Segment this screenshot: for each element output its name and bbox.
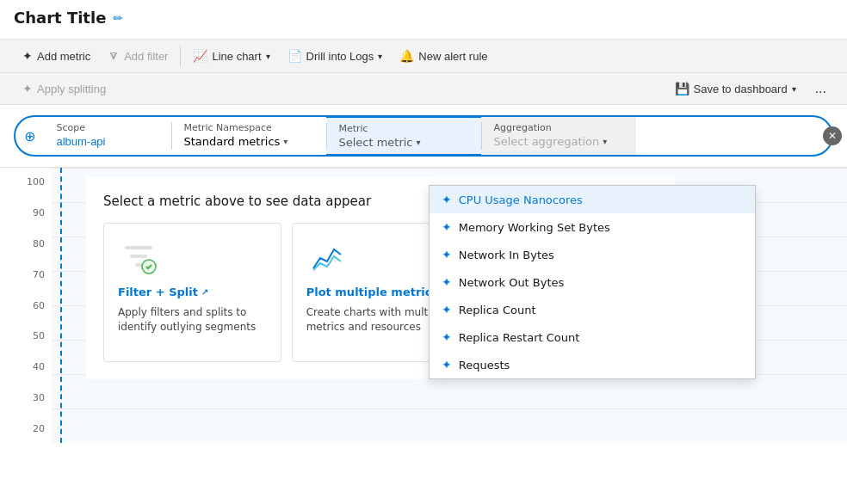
save-dashboard-chevron: ▾ xyxy=(792,84,796,94)
metric-selector-bar: ⊕ Scope Metric Namespace Standard metric… xyxy=(0,105,847,168)
toolbar-row1: ✦ Add metric ⛛ Add filter 📈 Line chart ▾… xyxy=(0,40,847,73)
namespace-dropdown[interactable]: Standard metrics ▾ xyxy=(183,135,314,148)
dropdown-item-4[interactable]: ✦ Replica Count xyxy=(430,296,755,323)
line-chart-button[interactable]: 📈 Line chart ▾ xyxy=(184,45,278,67)
svg-rect-0 xyxy=(125,246,152,249)
grid-line-0 xyxy=(52,168,847,169)
metric-grid-icon-6: ✦ xyxy=(442,358,452,372)
add-filter-label: Add filter xyxy=(124,50,168,63)
add-metric-icon: ✦ xyxy=(22,49,33,63)
alert-rule-icon: 🔔 xyxy=(399,49,414,63)
new-alert-rule-button[interactable]: 🔔 New alert rule xyxy=(391,45,496,67)
dropdown-item-3[interactable]: ✦ Network Out Bytes xyxy=(430,268,755,296)
dropdown-item-label-5: Replica Restart Count xyxy=(459,331,580,344)
metric-dropdown-menu: ✦ CPU Usage Nanocores ✦ Memory Working S… xyxy=(429,185,756,379)
svg-rect-2 xyxy=(135,263,142,267)
y-label-50: 50 xyxy=(0,330,52,341)
metric-grid-icon-1: ✦ xyxy=(442,220,452,234)
apply-splitting-button[interactable]: ✦ Apply splitting xyxy=(14,77,114,100)
metric-label: Metric xyxy=(338,123,469,134)
line-chart-label: Line chart xyxy=(212,50,261,63)
metric-grid-icon-3: ✦ xyxy=(442,275,452,289)
metric-grid-icon-4: ✦ xyxy=(442,303,452,317)
scope-input[interactable] xyxy=(56,135,159,148)
filter-split-card: Filter + Split ↗ Apply filters and split… xyxy=(103,223,281,362)
splitting-icon: ✦ xyxy=(22,82,33,95)
y-label-30: 30 xyxy=(0,392,52,403)
dropdown-item-label-2: Network In Bytes xyxy=(459,249,554,261)
y-label-20: 20 xyxy=(0,423,52,434)
namespace-label: Metric Namespace xyxy=(183,122,314,133)
add-filter-icon: ⛛ xyxy=(108,49,120,63)
y-label-60: 60 xyxy=(0,300,52,311)
dropdown-item-0[interactable]: ✦ CPU Usage Nanocores xyxy=(430,186,755,213)
save-to-dashboard-button[interactable]: 💾 Save to dashboard ▾ xyxy=(666,77,805,100)
drill-logs-icon: 📄 xyxy=(287,49,302,63)
save-dashboard-icon: 💾 xyxy=(675,82,689,95)
plot-multiple-icon xyxy=(306,237,348,279)
toolbar-divider-1 xyxy=(180,46,181,66)
chart-title: Chart Title xyxy=(14,9,106,27)
dropdown-item-label-0: CPU Usage Nanocores xyxy=(459,194,583,206)
toolbar-row2: ✦ Apply splitting 💾 Save to dashboard ▾ … xyxy=(0,73,847,105)
page-header: Chart Title ✏ xyxy=(0,0,847,40)
svg-rect-1 xyxy=(130,255,147,258)
y-label-40: 40 xyxy=(0,361,52,372)
close-metric-button[interactable]: ✕ xyxy=(823,126,842,145)
aggregation-placeholder: Select aggregation xyxy=(493,135,599,148)
drill-logs-chevron: ▾ xyxy=(378,52,382,61)
namespace-value: Standard metrics xyxy=(183,135,280,148)
scope-label: Scope xyxy=(56,122,159,133)
add-metric-button[interactable]: ✦ Add metric xyxy=(14,45,99,67)
metric-segment[interactable]: Metric Select metric ▾ xyxy=(326,117,481,155)
namespace-segment[interactable]: Metric Namespace Standard metrics ▾ xyxy=(171,117,326,155)
dropdown-item-label-3: Network Out Bytes xyxy=(459,276,565,289)
filter-split-ext-icon: ↗ xyxy=(201,287,208,297)
more-button[interactable]: ... xyxy=(808,77,833,101)
scope-segment: Scope xyxy=(44,117,171,155)
drill-into-logs-label: Drill into Logs xyxy=(306,50,374,63)
metric-grid-icon-2: ✦ xyxy=(442,248,452,261)
aggregation-segment[interactable]: Aggregation Select aggregation ▾ xyxy=(481,117,636,155)
metric-bar-inner: ⊕ Scope Metric Namespace Standard metric… xyxy=(14,115,833,157)
y-label-100: 100 xyxy=(0,176,52,187)
dropdown-item-label-1: Memory Working Set Bytes xyxy=(459,221,610,234)
dropdown-item-2[interactable]: ✦ Network In Bytes xyxy=(430,241,755,268)
y-label-90: 90 xyxy=(0,207,52,218)
edit-icon[interactable]: ✏ xyxy=(113,11,123,25)
dropdown-item-1[interactable]: ✦ Memory Working Set Bytes xyxy=(430,213,755,241)
new-alert-rule-label: New alert rule xyxy=(418,50,487,63)
aggregation-dropdown[interactable]: Select aggregation ▾ xyxy=(493,135,624,148)
add-metric-label: Add metric xyxy=(37,50,90,63)
y-label-70: 70 xyxy=(0,269,52,280)
add-filter-button[interactable]: ⛛ Add filter xyxy=(99,45,176,67)
chart-title-row: Chart Title ✏ xyxy=(14,9,833,27)
metric-dropdown[interactable]: Select metric ▾ xyxy=(338,136,469,149)
line-chart-icon: 📈 xyxy=(193,49,207,63)
dropdown-item-6[interactable]: ✦ Requests xyxy=(430,351,755,378)
line-chart-chevron: ▾ xyxy=(266,52,270,61)
dropdown-item-label-4: Replica Count xyxy=(459,304,536,317)
y-axis: 100 90 80 70 60 50 40 30 20 xyxy=(0,168,52,443)
metric-grid-icon-5: ✦ xyxy=(442,330,452,344)
dashed-vertical-line xyxy=(60,168,62,443)
dropdown-item-label-6: Requests xyxy=(459,359,510,372)
save-to-dashboard-label: Save to dashboard xyxy=(694,83,788,95)
plot-multiple-link[interactable]: Plot multiple metrics ↗ xyxy=(306,286,449,298)
filter-split-desc: Apply filters and splits to identify out… xyxy=(118,305,267,335)
aggregation-label: Aggregation xyxy=(493,122,624,133)
y-label-80: 80 xyxy=(0,238,52,249)
grid-line-7 xyxy=(52,409,847,409)
filter-split-icon xyxy=(118,237,159,279)
metric-placeholder: Select metric xyxy=(338,136,412,149)
apply-splitting-label: Apply splitting xyxy=(37,83,106,95)
drill-into-logs-button[interactable]: 📄 Drill into Logs ▾ xyxy=(279,45,392,67)
metric-chevron: ▾ xyxy=(417,138,421,147)
metric-grid-icon-0: ✦ xyxy=(442,193,452,206)
metric-connector-icon: ⊕ xyxy=(15,117,44,155)
namespace-chevron: ▾ xyxy=(283,137,287,146)
aggregation-chevron: ▾ xyxy=(603,137,607,146)
dropdown-item-5[interactable]: ✦ Replica Restart Count xyxy=(430,323,755,351)
filter-split-link[interactable]: Filter + Split ↗ xyxy=(118,286,208,298)
